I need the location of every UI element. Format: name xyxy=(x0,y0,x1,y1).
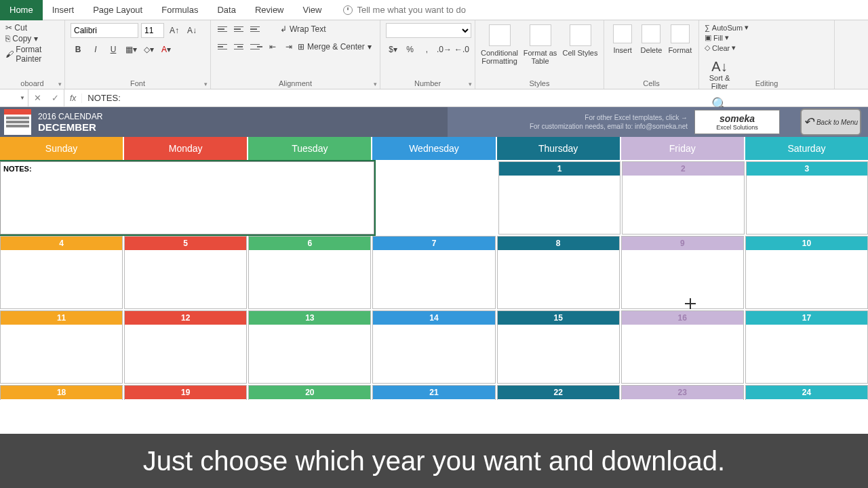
tab-view[interactable]: View xyxy=(294,0,332,20)
clipboard-launcher[interactable]: ▾ xyxy=(58,81,62,87)
date-number: 17 xyxy=(746,311,867,325)
font-size-select[interactable] xyxy=(141,23,164,38)
number-format-select[interactable] xyxy=(386,23,471,38)
align-center-button[interactable] xyxy=(233,41,248,53)
increase-indent-button[interactable]: ⇥ xyxy=(281,39,296,54)
format-painter-button[interactable]: 🖌 Format Painter xyxy=(5,45,59,64)
calendar-cell[interactable]: 23 xyxy=(621,385,744,400)
decrease-font-button[interactable]: A↓ xyxy=(184,23,199,38)
back-to-menu-button[interactable]: ↶ Back to Menu xyxy=(800,108,861,136)
comma-button[interactable]: , xyxy=(420,42,434,57)
tab-review[interactable]: Review xyxy=(245,0,294,20)
currency-button[interactable]: $▾ xyxy=(386,42,400,57)
notes-cell[interactable]: NOTES: xyxy=(0,161,374,235)
calendar-cell[interactable]: 21 xyxy=(372,385,495,400)
date-number: 15 xyxy=(498,311,619,325)
date-number: 7 xyxy=(373,237,494,250)
calendar-cell[interactable]: 12 xyxy=(124,310,247,384)
tab-data[interactable]: Data xyxy=(208,0,245,20)
days-header-row: Sunday Monday Tuesday Wednesday Thursday… xyxy=(0,137,868,160)
clipboard-group: ✂ Cut ⎘ Copy ▾ 🖌 Format Painter oboard ▾ xyxy=(0,20,65,89)
tab-home[interactable]: Home xyxy=(0,0,43,20)
tell-me-search[interactable]: Tell me what you want to do xyxy=(331,5,465,15)
date-number: 2 xyxy=(623,162,743,176)
font-name-select[interactable] xyxy=(71,23,138,38)
calendar-cell[interactable]: 22 xyxy=(497,385,620,400)
day-monday: Monday xyxy=(124,137,247,160)
calendar-cell[interactable]: 24 xyxy=(745,385,868,400)
calendar-cell[interactable]: 10 xyxy=(745,236,868,309)
calendar-cell[interactable]: 16 xyxy=(621,310,744,384)
align-right-button[interactable] xyxy=(249,41,264,53)
day-sunday: Sunday xyxy=(0,137,123,160)
align-middle-button[interactable] xyxy=(233,23,248,35)
date-number: 22 xyxy=(498,386,619,399)
fill-color-button[interactable]: ◇▾ xyxy=(141,42,156,57)
styles-label: Styles xyxy=(475,79,604,87)
day-friday: Friday xyxy=(621,137,744,160)
alignment-launcher[interactable]: ▾ xyxy=(374,81,377,87)
calendar-cell[interactable]: 9 xyxy=(621,236,744,309)
percent-button[interactable]: % xyxy=(403,42,417,57)
italic-button[interactable]: I xyxy=(88,42,103,57)
calendar-cell[interactable]: 8 xyxy=(497,236,620,309)
font-launcher[interactable]: ▾ xyxy=(204,81,208,87)
calendar-cell[interactable]: 13 xyxy=(248,310,371,384)
week-row: NOTES: 1 2 3 xyxy=(0,161,868,235)
calendar-cell[interactable]: 6 xyxy=(248,236,371,309)
fx-icon[interactable]: fx xyxy=(64,94,82,103)
bold-button[interactable]: B xyxy=(71,42,85,57)
align-left-button[interactable] xyxy=(216,41,231,53)
decrease-indent-button[interactable]: ⇤ xyxy=(265,39,280,54)
number-label: Number xyxy=(380,79,475,87)
date-number: 6 xyxy=(249,237,370,250)
calendar-cell[interactable]: 15 xyxy=(497,310,620,384)
formula-bar: ▼ ✕ ✓ fx NOTES: xyxy=(0,89,868,107)
border-button[interactable]: ▦▾ xyxy=(123,42,138,57)
calendar-month: DECEMBER xyxy=(38,121,102,133)
decrease-decimal-button[interactable]: ←.0 xyxy=(454,42,469,57)
date-number: 10 xyxy=(746,237,867,250)
tab-insert[interactable]: Insert xyxy=(43,0,84,20)
align-bottom-button[interactable] xyxy=(249,23,264,35)
calendar-cell[interactable]: 5 xyxy=(124,236,247,309)
font-group: A↑ A↓ B I U ▦▾ ◇▾ A▾ Font ▾ xyxy=(65,20,211,89)
calendar-cell[interactable]: 19 xyxy=(124,385,247,400)
calendar-cell[interactable]: 14 xyxy=(372,310,495,384)
clear-button[interactable]: ◇ Clear ▾ xyxy=(705,43,829,52)
calendar-cell[interactable]: 1 xyxy=(498,161,620,235)
calendar-cell[interactable]: 20 xyxy=(248,385,371,400)
worksheet[interactable]: 2016 CALENDAR DECEMBER For other Excel t… xyxy=(0,107,868,487)
align-top-button[interactable] xyxy=(216,23,231,35)
enter-formula-button[interactable]: ✓ xyxy=(46,93,64,103)
merge-center-button[interactable]: ⊞Merge & Center▾ xyxy=(298,42,372,52)
underline-button[interactable]: U xyxy=(106,42,121,57)
copy-button[interactable]: ⎘ Copy ▾ xyxy=(5,34,59,43)
calendar-cell[interactable]: 4 xyxy=(0,236,123,309)
calendar-cell[interactable]: 2 xyxy=(622,161,744,235)
cut-button[interactable]: ✂ Cut xyxy=(5,23,59,33)
calendar-cell[interactable]: 11 xyxy=(0,310,123,384)
wrap-text-button[interactable]: ↲Wrap Text xyxy=(280,24,326,34)
tab-formulas[interactable]: Formulas xyxy=(152,0,208,20)
increase-font-button[interactable]: A↑ xyxy=(167,23,182,38)
number-launcher[interactable]: ▾ xyxy=(469,81,472,87)
name-box[interactable]: ▼ xyxy=(0,89,28,106)
increase-decimal-button[interactable]: .0→ xyxy=(437,42,452,57)
alignment-group: ↲Wrap Text ⇤ ⇥ ⊞Merge & Center▾ Alignmen… xyxy=(211,20,380,89)
date-number: 14 xyxy=(373,311,494,325)
lightbulb-icon xyxy=(343,5,353,15)
font-color-button[interactable]: A▾ xyxy=(159,42,174,57)
fill-button[interactable]: ▣ Fill ▾ xyxy=(705,33,829,42)
calendar-cell[interactable] xyxy=(376,161,496,235)
tab-page-layout[interactable]: Page Layout xyxy=(83,0,152,20)
calendar-cell[interactable]: 17 xyxy=(745,310,868,384)
ribbon-tabs: Home Insert Page Layout Formulas Data Re… xyxy=(0,0,868,20)
calendar-cell[interactable]: 18 xyxy=(0,385,123,400)
calendar-cell[interactable]: 7 xyxy=(372,236,495,309)
autosum-button[interactable]: ∑ AutoSum ▾ xyxy=(705,23,829,32)
calendar-cell[interactable]: 3 xyxy=(746,161,868,235)
font-label: Font xyxy=(65,79,210,87)
cancel-formula-button[interactable]: ✕ xyxy=(28,93,46,103)
formula-input[interactable]: NOTES: xyxy=(82,93,868,103)
